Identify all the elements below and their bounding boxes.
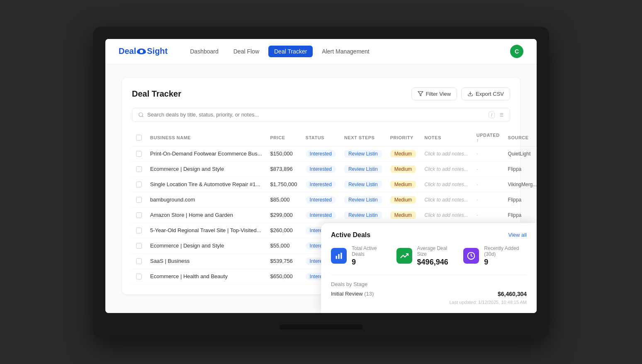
row-checkbox-4[interactable] [136, 212, 142, 218]
table-header-row: BUSINESS NAME PRICE STATUS NEXT STEPS PR… [132, 129, 537, 146]
row-updated: - [472, 146, 504, 161]
stat-avg-value: $496,946 [417, 258, 454, 267]
filter-icon [418, 91, 423, 97]
row-updated: - [472, 177, 504, 192]
filter-view-button[interactable]: Filter View [411, 87, 457, 100]
col-updated: UPDATED ↑ [472, 129, 504, 146]
stat-recent-label: Recently Added (30d) [484, 245, 527, 257]
row-checkbox-7[interactable] [136, 258, 142, 264]
view-all-link[interactable]: View all [508, 232, 527, 238]
main-content: Deal Tracker Filter View Export CSV [105, 64, 537, 313]
row-price: $1,750,000 [266, 177, 301, 192]
logo-text-1: Deal [119, 46, 136, 56]
search-icon [138, 112, 144, 118]
stat-recent-value: 9 [484, 258, 527, 267]
row-checkbox-cell [132, 223, 146, 238]
row-checkbox-1[interactable] [136, 166, 142, 172]
table-row: bambuground.com $85,000 Interested Revie… [132, 192, 537, 207]
total-active-icon [331, 248, 347, 264]
row-checkbox-5[interactable] [136, 228, 142, 233]
row-price: $150,000 [266, 146, 301, 161]
row-status: Interested [302, 177, 340, 192]
row-checkbox-cell [132, 207, 146, 223]
nav-links: Dashboard Deal Flow Deal Tracker Alert M… [184, 46, 510, 57]
stat-recent-info: Recently Added (30d) 9 [484, 245, 527, 267]
stat-total-info: Total Active Deals 9 [352, 245, 387, 267]
row-checkbox-8[interactable] [136, 274, 142, 279]
row-price: $85,000 [266, 192, 301, 207]
filter-btn-label: Filter View [426, 91, 451, 97]
svg-rect-10 [338, 254, 339, 259]
stat-total-label: Total Active Deals [352, 245, 387, 257]
row-price: $650,000 [266, 269, 301, 284]
row-price: $539,756 [266, 253, 301, 269]
row-business-name: Print-On-Demand Footwear Ecommerce Bus..… [146, 146, 266, 161]
col-notes: NOTES [420, 129, 472, 146]
row-source: Flippa [504, 161, 537, 177]
row-source: VikingMerg... [504, 177, 537, 192]
row-checkbox-3[interactable] [136, 197, 142, 203]
export-btn-label: Export CSV [476, 91, 504, 97]
row-priority: Medium [386, 192, 421, 207]
laptop-screen: Deal Sight Dashboard Deal Flow Deal Trac… [105, 39, 537, 313]
row-updated: - [472, 161, 504, 177]
page-title: Deal Tracker [132, 89, 181, 99]
nav-alert-management[interactable]: Alert Management [316, 46, 375, 57]
row-next-steps[interactable]: Review Listin [340, 161, 386, 177]
stage-section-title: Deals by Stage [331, 281, 527, 287]
nav-deal-flow[interactable]: Deal Flow [228, 46, 265, 57]
table-row: Ecommerce | Design and Style $873,896 In… [132, 161, 537, 177]
stat-recent: Recently Added (30d) 9 [463, 245, 527, 267]
panel-header: Active Deals View all [331, 231, 527, 239]
row-price: $55,000 [266, 238, 301, 253]
nav-deal-tracker[interactable]: Deal Tracker [268, 46, 313, 57]
select-all-checkbox[interactable] [136, 135, 142, 141]
stat-avg-label: Average Deal Size [417, 245, 454, 257]
avatar[interactable]: C [510, 45, 523, 58]
stage-amount: $6,460,304 [498, 291, 527, 297]
row-checkbox-6[interactable] [136, 243, 142, 249]
search-shortcut: / [489, 112, 495, 118]
stage-name-text: Initial Review [331, 291, 363, 297]
row-notes[interactable]: Click to add notes... [420, 161, 472, 177]
row-business-name: Amazon Store | Home and Garden [146, 207, 266, 223]
row-updated: - [472, 192, 504, 207]
row-business-name: bambuground.com [146, 192, 266, 207]
row-business-name: Ecommerce | Design and Style [146, 238, 266, 253]
row-price: $873,896 [266, 161, 301, 177]
row-checkbox-2[interactable] [136, 182, 142, 187]
row-notes[interactable]: Click to add notes... [420, 207, 472, 223]
row-priority: Medium [386, 207, 421, 223]
row-checkbox-cell [132, 161, 146, 177]
row-checkbox-cell [132, 269, 146, 284]
row-checkbox-cell [132, 177, 146, 192]
logo: Deal Sight [119, 46, 168, 56]
row-notes[interactable]: Click to add notes... [420, 177, 472, 192]
row-status: Interested [302, 207, 340, 223]
row-next-steps[interactable]: Review Listin [340, 192, 386, 207]
tracker-actions: Filter View Export CSV [411, 87, 510, 100]
navigation: Deal Sight Dashboard Deal Flow Deal Trac… [105, 39, 537, 64]
row-notes[interactable]: Click to add notes... [420, 192, 472, 207]
row-next-steps[interactable]: Review Listin [340, 146, 386, 161]
row-next-steps[interactable]: Review Listin [340, 177, 386, 192]
row-business-name: Ecommerce | Health and Beauty [146, 269, 266, 284]
svg-rect-9 [336, 256, 337, 259]
panel-title: Active Deals [331, 231, 370, 239]
table-row: Single Location Tire & Automotive Repair… [132, 177, 537, 192]
col-source: SOURCE [504, 129, 537, 146]
search-input[interactable] [147, 112, 485, 118]
row-price: $299,000 [266, 207, 301, 223]
row-next-steps[interactable]: Review Listin [340, 207, 386, 223]
table-row: Amazon Store | Home and Garden $299,000 … [132, 207, 537, 223]
export-csv-button[interactable]: Export CSV [461, 87, 510, 100]
col-next-steps: NEXT STEPS [340, 129, 386, 146]
nav-dashboard[interactable]: Dashboard [184, 46, 224, 57]
col-priority: PRIORITY [386, 129, 421, 146]
active-deals-panel: Active Deals View all Total Active Deals… [321, 223, 537, 313]
row-priority: Medium [386, 161, 421, 177]
row-notes[interactable]: Click to add notes... [420, 146, 472, 161]
row-checkbox-0[interactable] [136, 151, 142, 157]
stage-row: Initial Review (13) $6,460,304 [331, 291, 527, 297]
last-updated: Last updated: 1/12/2025, 10:48:15 AM [331, 300, 527, 305]
